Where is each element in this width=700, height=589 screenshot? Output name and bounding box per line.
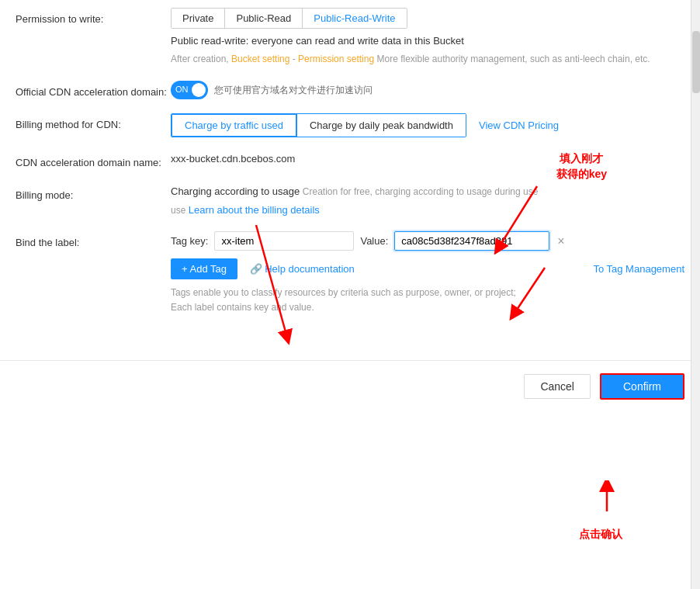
toggle-on-label: ON (175, 83, 189, 96)
tag-key-label: Tag key: (171, 234, 208, 249)
permission-sub-desc: After creation, Bucket setting - Permiss… (171, 52, 684, 67)
tab-public-read[interactable]: Public-Read (225, 9, 303, 28)
tab-private[interactable]: Private (172, 9, 225, 28)
footer-area: Cancel Confirm (0, 361, 700, 412)
tag-value-label: Value: (360, 234, 388, 249)
cdn-row: Official CDN acceleration domain: ON 您可使… (16, 81, 684, 99)
annotation-cn-key: 填入刚才 获得的key (556, 151, 607, 182)
bucket-setting-link[interactable]: Bucket setting (231, 54, 289, 64)
scrollbar-thumb[interactable] (692, 31, 700, 93)
bind-label-row: Bind the label: Tag key: Value: × + Add … (16, 231, 684, 315)
bind-label-content: Tag key: Value: × + Add Tag 🔗 Help docum… (171, 231, 684, 315)
permission-row: Permission to write: Private Public-Read… (16, 8, 684, 67)
permission-desc: Public read-write: everyone can read and… (171, 33, 684, 49)
permission-setting-link[interactable]: Permission setting (298, 54, 374, 64)
permission-tab-group: Private Public-Read Public-Read-Write (171, 8, 407, 29)
cdn-toggle-row: ON 您可使用官方域名对文件进行加速访问 (171, 81, 684, 99)
sub-desc-before: After creation, (171, 54, 231, 64)
add-tag-button[interactable]: + Add Tag (171, 258, 237, 279)
cdn-domain-content: xxx-bucket.cdn.bcebos.com (171, 151, 684, 167)
tab-public-read-write[interactable]: Public-Read-Write (303, 9, 406, 28)
billing-method-row: Billing method for CDN: Charge by traffi… (16, 113, 684, 137)
billing-mode-content: Charging according to usage Creation for… (171, 184, 684, 217)
learn-billing-link[interactable]: Learn about the billing details (189, 204, 320, 216)
sub-desc-after: More flexible authority management, such… (374, 54, 650, 64)
billing-tab-group: Charge by traffic used Charge by daily p… (171, 113, 466, 137)
tag-desc-line1: Tags enable you to classify resources by… (171, 286, 684, 300)
permission-label: Permission to write: (16, 8, 171, 26)
billing-method-content: Charge by traffic used Charge by daily p… (171, 113, 684, 137)
tag-left-actions: + Add Tag 🔗 Help documentation (171, 258, 355, 279)
toggle-circle (192, 83, 206, 97)
cdn-toggle-desc: 您可使用官方域名对文件进行加速访问 (214, 83, 373, 97)
sub-desc-middle: - (289, 54, 298, 64)
billing-mode-label: Billing mode: (16, 184, 171, 203)
tag-value-input[interactable] (394, 231, 549, 251)
tag-desc-line2: Each label contains key and value. (171, 300, 684, 315)
cdn-domain-value: xxx-bucket.cdn.bcebos.com (171, 148, 295, 165)
cdn-label: Official CDN acceleration domain: (16, 81, 171, 99)
cdn-content: ON 您可使用官方域名对文件进行加速访问 (171, 81, 684, 99)
confirm-button[interactable]: Confirm (600, 373, 684, 400)
billing-method-label: Billing method for CDN: (16, 113, 171, 132)
tag-key-input[interactable] (214, 231, 354, 251)
view-cdn-pricing-link[interactable]: View CDN Pricing (479, 118, 559, 133)
billing-mode-row: Billing mode: Charging according to usag… (16, 184, 684, 217)
cdn-toggle[interactable]: ON (171, 81, 208, 99)
tab-charge-bandwidth[interactable]: Charge by daily peak bandwidth (296, 114, 466, 137)
scrollbar[interactable] (691, 0, 700, 589)
page-wrapper: Permission to write: Private Public-Read… (0, 0, 700, 589)
tag-actions-row: + Add Tag 🔗 Help documentation To Tag Ma… (171, 258, 684, 279)
red-arrow-3 (584, 480, 630, 519)
tab-charge-traffic[interactable]: Charge by traffic used (172, 114, 296, 137)
annotation-cn-confirm: 点击确认 (579, 527, 622, 542)
cdn-domain-label: CDN acceleration domain name: (16, 151, 171, 170)
learn-prefix: use (171, 205, 189, 216)
billing-mode-text: Charging according to usage (171, 185, 300, 197)
close-tag-button[interactable]: × (556, 234, 566, 249)
bind-label-label: Bind the label: (16, 231, 171, 250)
tag-row: Tag key: Value: × (171, 231, 684, 251)
permission-content: Private Public-Read Public-Read-Write Pu… (171, 8, 684, 67)
tag-management-link[interactable]: To Tag Management (593, 262, 684, 277)
cancel-button[interactable]: Cancel (524, 374, 591, 399)
help-documentation-link[interactable]: 🔗 Help documentation (250, 263, 355, 275)
billing-mode-sub: Creation for free, charging according to… (303, 186, 539, 197)
